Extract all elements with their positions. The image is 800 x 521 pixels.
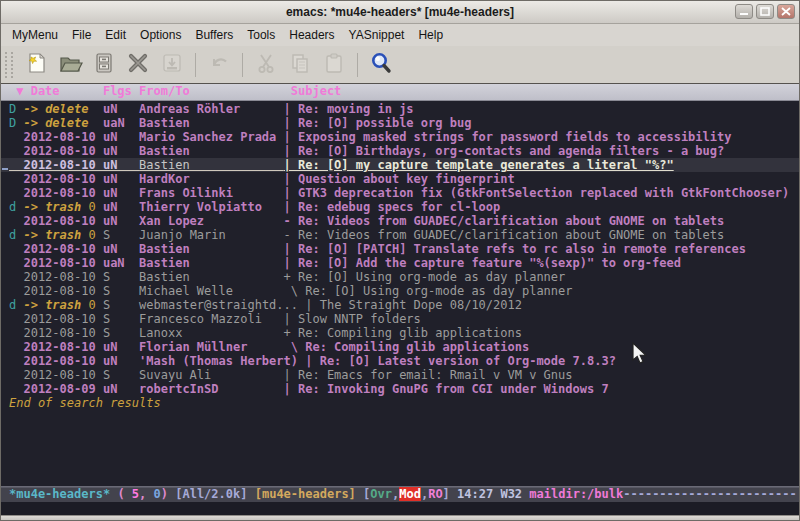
message-row[interactable]: 2012-08-10 S Suvayu Ali | Re: Emacs for … bbox=[1, 368, 799, 382]
save-buffer-button[interactable] bbox=[155, 49, 189, 81]
menu-item-help[interactable]: Help bbox=[411, 25, 450, 45]
menu-bar: MyMenuFileEditOptionsBuffersToolsHeaders… bbox=[1, 24, 799, 46]
toolbar-drag-handle[interactable] bbox=[5, 52, 13, 78]
menu-item-edit[interactable]: Edit bbox=[98, 25, 133, 45]
text-segment: 0 bbox=[81, 200, 103, 214]
text-segment: Ovr bbox=[370, 487, 392, 501]
search-icon bbox=[368, 50, 394, 80]
text-segment: -> delete bbox=[23, 102, 88, 116]
kill-buffer-button[interactable] bbox=[121, 49, 155, 81]
maximize-button[interactable] bbox=[756, 4, 774, 19]
text-segment: | Re: [O] my capture template generates … bbox=[284, 158, 674, 172]
window-title: emacs: *mu4e-headers* [mu4e-headers] bbox=[1, 5, 799, 19]
title-bar[interactable]: emacs: *mu4e-headers* [mu4e-headers] bbox=[1, 1, 799, 24]
text-segment: 2012-08-10 S Lanoxx + Re: Compiling glib… bbox=[9, 326, 522, 340]
search-button[interactable] bbox=[364, 49, 398, 81]
text-segment: Bastien bbox=[139, 158, 284, 172]
cut-button[interactable] bbox=[249, 49, 283, 81]
menu-item-yasnippet[interactable]: YASnippet bbox=[342, 25, 412, 45]
text-segment: -> trash bbox=[23, 228, 81, 242]
undo-button[interactable] bbox=[202, 49, 236, 81]
message-row[interactable]: 2012-08-10 uN HardKor | Question about k… bbox=[1, 172, 799, 186]
text-segment: *mu4e-headers* bbox=[9, 487, 110, 501]
message-row[interactable]: 2012-08-10 S Francesco Mazzoli | Slow NN… bbox=[1, 312, 799, 326]
message-row[interactable]: 2012-08-10 S Michael Welle \ Re: [O] Usi… bbox=[1, 284, 799, 298]
toolbar-separator bbox=[357, 53, 358, 77]
minimize-button[interactable] bbox=[735, 4, 753, 19]
menu-item-file[interactable]: File bbox=[65, 25, 98, 45]
text-segment: d bbox=[9, 200, 23, 214]
kill-buffer-icon bbox=[125, 50, 151, 80]
message-row[interactable]: 2012-08-10 uaN Bastien | Re: [O] Add the… bbox=[1, 256, 799, 270]
text-segment: D bbox=[9, 116, 23, 130]
file-cabinet-button[interactable] bbox=[87, 49, 121, 81]
message-row[interactable]: 2012-08-10 uN Xan Lopez - Re: Videos fro… bbox=[1, 214, 799, 228]
text-segment: 5 bbox=[132, 487, 139, 501]
open-folder-button[interactable] bbox=[53, 49, 87, 81]
message-row[interactable]: 2012-08-10 uN Bastien | Re: [O] [PATCH] … bbox=[1, 242, 799, 256]
message-row[interactable]: 2012-08-10 uN Mario Sanchez Prada | Expo… bbox=[1, 130, 799, 144]
paste-button[interactable] bbox=[317, 49, 351, 81]
text-segment: 2012-08-10 S Francesco Mazzoli | Slow NN… bbox=[9, 312, 421, 326]
echo-area bbox=[1, 502, 799, 515]
text-segment: ( bbox=[110, 487, 132, 501]
message-row[interactable]: d -> trash 0 uN Thierry Volpiatto | Re: … bbox=[1, 200, 799, 214]
message-row[interactable]: 2012-08-10 uN Frans Oilinki | GTK3 depre… bbox=[1, 186, 799, 200]
file-cabinet-icon bbox=[91, 50, 117, 80]
message-row[interactable]: 2012-08-10 S Bastien + Re: [O] Using org… bbox=[1, 270, 799, 284]
menu-item-options[interactable]: Options bbox=[133, 25, 188, 45]
message-row[interactable]: d -> trash 0 S webmaster@straightd... | … bbox=[1, 298, 799, 312]
close-icon bbox=[781, 7, 791, 16]
text-segment: maildir:/bulk bbox=[529, 487, 623, 501]
copy-button[interactable] bbox=[283, 49, 317, 81]
text-segment: 2012-08-09 uN robertcInSD | Re: Invoking… bbox=[9, 382, 609, 396]
message-row[interactable]: 2012-08-10 uN 'Mash (Thomas Herbert) | R… bbox=[1, 354, 799, 368]
message-row[interactable]: End of search results bbox=[1, 396, 799, 410]
fringe-cursor-mark bbox=[2, 168, 8, 170]
undo-icon bbox=[206, 50, 232, 80]
message-row[interactable]: D -> delete uaN Bastien | Re: [O] possib… bbox=[1, 116, 799, 130]
new-file-button[interactable] bbox=[19, 49, 53, 81]
message-row[interactable]: 2012-08-10 uN Florian Müllner \ Re: Comp… bbox=[1, 340, 799, 354]
menu-item-headers[interactable]: Headers bbox=[282, 25, 341, 45]
text-segment: d bbox=[9, 228, 23, 242]
text-segment: S Juanjo Marin - Re: Videos from GUADEC/… bbox=[103, 228, 724, 242]
open-folder-icon bbox=[57, 50, 83, 80]
mu4e-headers-buffer: ▼ Date Flgs From/To Subject D -> delete … bbox=[1, 84, 799, 502]
text-segment: 2012-08-10 uN bbox=[9, 158, 139, 172]
message-row-current[interactable]: 2012-08-10 uN Bastien | Re: [O] my captu… bbox=[1, 158, 799, 172]
toolbar-separator bbox=[242, 53, 243, 77]
emacs-window: emacs: *mu4e-headers* [mu4e-headers] MyM… bbox=[0, 0, 800, 521]
text-segment: 2012-08-10 uN Bastien | Re: [O] [PATCH] … bbox=[9, 242, 746, 256]
text-segment: 0 bbox=[154, 487, 161, 501]
text-segment: End of search results bbox=[9, 396, 161, 410]
text-segment: ) bbox=[161, 487, 168, 501]
text-segment: 2012-08-10 uN Bastien | Re: [O] Birthday… bbox=[9, 144, 724, 158]
text-segment: 2012-08-10 S Suvayu Ali | Re: Emacs for … bbox=[9, 368, 573, 382]
text-segment: 2012-08-10 uN Xan Lopez - Re: Videos fro… bbox=[9, 214, 724, 228]
text-segment: ------------------------ bbox=[623, 487, 796, 501]
message-row[interactable]: 2012-08-10 S Lanoxx + Re: Compiling glib… bbox=[1, 326, 799, 340]
message-row[interactable]: d -> trash 0 S Juanjo Marin - Re: Videos… bbox=[1, 228, 799, 242]
menu-item-tools[interactable]: Tools bbox=[240, 25, 282, 45]
menu-item-mymenu[interactable]: MyMenu bbox=[5, 25, 65, 45]
menu-item-buffers[interactable]: Buffers bbox=[188, 25, 240, 45]
text-segment: ] bbox=[443, 487, 457, 501]
text-segment: D bbox=[9, 102, 23, 116]
close-button[interactable] bbox=[777, 4, 795, 19]
message-row[interactable]: 2012-08-09 uN robertcInSD | Re: Invoking… bbox=[1, 382, 799, 396]
text-segment: 2012-08-10 S Bastien + Re: [O] Using org… bbox=[9, 270, 565, 284]
message-row[interactable]: 2012-08-10 uN Bastien | Re: [O] Birthday… bbox=[1, 144, 799, 158]
text-segment: -> delete bbox=[23, 116, 88, 130]
text-segment: 2012-08-10 uN Florian Müllner \ Re: Comp… bbox=[9, 340, 529, 354]
text-segment: [mu4e-headers] bbox=[255, 487, 356, 501]
text-segment: uN Thierry Volpiatto | Re: edebug specs … bbox=[103, 200, 500, 214]
mode-line: *mu4e-headers* ( 5, 0) [All/2.0k] [mu4e-… bbox=[1, 486, 799, 502]
text-segment: d bbox=[9, 298, 23, 312]
message-row[interactable]: D -> delete uN Andreas Röhler | Re: movi… bbox=[1, 102, 799, 116]
cut-icon bbox=[253, 50, 279, 80]
window-frame-bottom bbox=[1, 515, 799, 521]
text-segment: RO bbox=[428, 487, 442, 501]
minimize-icon bbox=[739, 7, 749, 16]
tool-bar bbox=[1, 46, 799, 84]
